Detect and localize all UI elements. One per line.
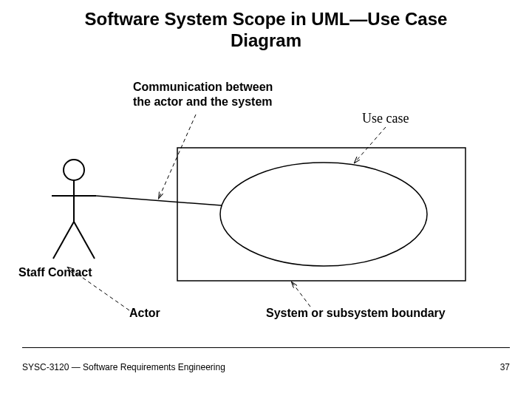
svg-point-0 xyxy=(64,160,84,180)
pointer-usecase xyxy=(355,127,386,163)
use-case-ellipse xyxy=(220,163,427,266)
footer-page-number: 37 xyxy=(500,362,510,372)
association-line xyxy=(96,196,222,205)
pointer-boundary xyxy=(292,282,310,307)
actor-stick-figure xyxy=(52,160,96,259)
footer-divider xyxy=(22,347,510,348)
uml-diagram-svg xyxy=(0,0,532,399)
footer-course: SYSC-3120 — Software Requirements Engine… xyxy=(22,362,225,372)
svg-line-3 xyxy=(53,222,74,259)
svg-line-4 xyxy=(74,222,95,259)
pointer-actor xyxy=(68,267,129,310)
